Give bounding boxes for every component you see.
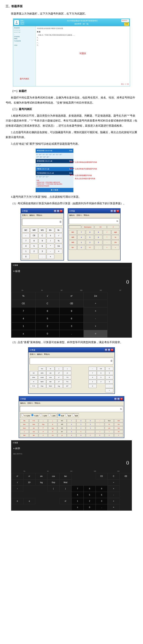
calc-key[interactable]: ← [22, 233, 30, 238]
maximize-icon[interactable]: □ [57, 210, 60, 212]
calc-key[interactable]: 1 [67, 426, 76, 430]
calc-key[interactable]: sin [36, 473, 48, 479]
calc-key[interactable]: - [84, 315, 108, 322]
calc-key[interactable]: MR [58, 423, 66, 426]
calc-key[interactable]: 1/x [84, 292, 108, 300]
calc-key[interactable]: 7 [11, 307, 36, 315]
calc-key[interactable]: 7 [22, 238, 30, 243]
calc-key[interactable]: tan [60, 473, 72, 479]
calc-key[interactable]: Dat [20, 434, 29, 437]
calc-key[interactable]: 1 [88, 380, 96, 384]
calc-key[interactable]: Sta [20, 419, 29, 422]
calc-key[interactable]: CE [11, 300, 36, 307]
calc-key[interactable]: ÷ [108, 479, 120, 486]
calc-key[interactable]: √ [11, 479, 24, 486]
calc-key[interactable]: Mod [105, 419, 114, 422]
calc-key[interactable]: MS [69, 240, 77, 245]
calc-key[interactable]: log [36, 479, 48, 486]
calc-key[interactable]: n! [48, 430, 57, 433]
calc-key[interactable]: × [108, 486, 120, 492]
calc-key[interactable]: 9 [96, 486, 108, 492]
calc-key[interactable]: 4 [11, 315, 36, 322]
calc-key[interactable]: ⌫ [60, 300, 84, 307]
calc-key[interactable]: / [46, 238, 54, 243]
calc-key[interactable]: ʸ√x [63, 376, 71, 379]
calc-key[interactable]: 3 [94, 240, 102, 245]
calc-key[interactable]: / [95, 419, 104, 422]
calc-key[interactable]: 0 [77, 245, 85, 250]
calc-key[interactable]: +/- [86, 245, 94, 250]
calc-key[interactable]: ln [46, 367, 54, 371]
close-icon[interactable]: × [60, 210, 62, 212]
calc-key[interactable]: F-E [30, 384, 38, 388]
calculator-button[interactable]: 🖩 计算器 [36, 188, 74, 192]
calc-key[interactable]: % [55, 238, 62, 243]
calc-key[interactable]: sin [29, 426, 38, 430]
calc-key[interactable]: % [112, 235, 120, 240]
calc-key[interactable]: log [48, 426, 57, 430]
calc-key[interactable]: E [105, 434, 114, 437]
calc-key[interactable]: 9 [60, 307, 84, 315]
calc-key[interactable]: + [103, 245, 111, 250]
calc-key[interactable]: 5 [30, 244, 38, 248]
calc-key[interactable]: C [86, 434, 95, 437]
calc-key[interactable]: √ [55, 233, 62, 238]
calc-key[interactable]: Inv [38, 367, 46, 371]
calc-key[interactable]: 3 [38, 249, 46, 254]
calc-key[interactable]: 1/x [55, 244, 62, 248]
calc-key[interactable]: C [36, 300, 60, 307]
calc-key[interactable]: = [105, 430, 114, 433]
calc-key[interactable]: 0 [88, 384, 96, 388]
calc-key[interactable]: ÷ [84, 300, 108, 307]
calc-key[interactable]: Sum [20, 426, 29, 430]
calc-key[interactable]: 8 [76, 419, 86, 422]
calc-key[interactable]: 9 [38, 238, 46, 243]
calc-key[interactable]: tanh [38, 380, 46, 384]
calc-key[interactable]: 0 [84, 504, 96, 510]
calc-key[interactable]: Exp [39, 423, 48, 426]
calc-key[interactable]: * [95, 423, 104, 426]
calc-key[interactable]: C [108, 473, 120, 479]
calc-key[interactable]: . [38, 254, 46, 259]
calc-key[interactable]: - [46, 249, 54, 254]
calc-key[interactable]: × [84, 307, 108, 315]
calc-key[interactable]: ³√x [63, 380, 71, 384]
calc-key[interactable]: ln [48, 423, 57, 426]
calc-key[interactable]: 2 [97, 380, 105, 384]
calc-key[interactable]: . [94, 245, 102, 250]
calc-key[interactable]: 7 [72, 486, 84, 492]
calc-key[interactable]: + [84, 322, 108, 330]
calc-key[interactable]: cos [29, 430, 38, 433]
calc-key[interactable]: . [96, 504, 108, 510]
calc-key[interactable]: ( [39, 419, 48, 422]
calc-key[interactable]: sqrt [112, 230, 120, 234]
calc-key[interactable]: Ave [20, 423, 29, 426]
calc-key[interactable]: CE [97, 367, 105, 371]
calc-key[interactable]: - [108, 492, 120, 498]
calc-key[interactable]: 6 [86, 423, 95, 426]
calc-key[interactable]: MS [38, 228, 46, 232]
calc-key[interactable]: * [103, 235, 111, 240]
calc-key[interactable]: 6 [105, 376, 114, 379]
calc-key[interactable]: 9 [94, 230, 102, 234]
calc-key[interactable]: Int [30, 371, 38, 375]
calc-key[interactable]: B [76, 434, 86, 437]
calc-key[interactable]: + [46, 254, 54, 259]
calc-key[interactable]: Exp [38, 384, 46, 388]
calc-key[interactable]: ) [60, 486, 72, 492]
submit-button[interactable]: 交卷 [124, 22, 129, 26]
calc-key[interactable]: 0 [22, 254, 30, 259]
calc-key[interactable]: 4 [72, 492, 84, 498]
calc-key[interactable]: +/- [76, 430, 86, 433]
calc-key[interactable]: x³ [55, 380, 63, 384]
calc-key[interactable]: CE [30, 233, 38, 238]
calc-key[interactable]: n! [60, 498, 72, 504]
calc-key[interactable]: + [95, 430, 104, 433]
calc-key[interactable]: 1 [72, 498, 84, 504]
minimize-icon[interactable]: − [110, 210, 113, 212]
calc-key[interactable]: tan [29, 434, 38, 437]
calc-key[interactable]: sin [46, 371, 54, 375]
calc-key[interactable]: C [38, 233, 46, 238]
calc-key[interactable]: 6 [94, 235, 102, 240]
calc-key[interactable]: 4 [22, 244, 30, 248]
